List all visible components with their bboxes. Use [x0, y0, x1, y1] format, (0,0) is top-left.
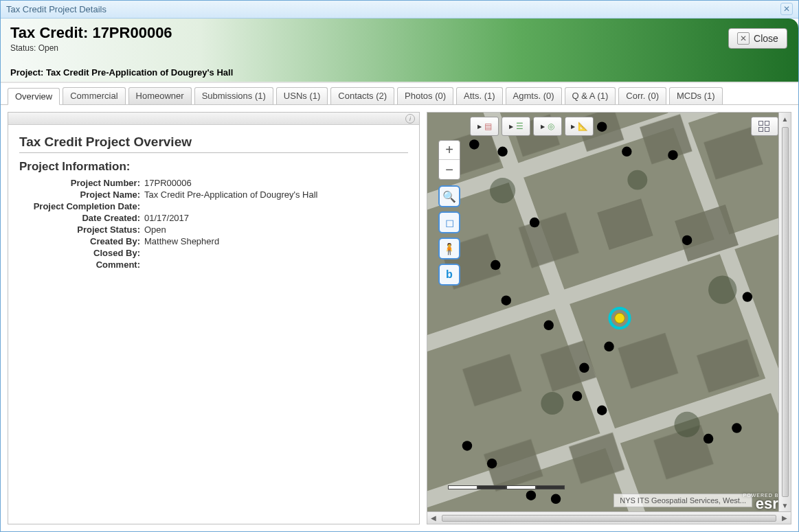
section-title: Project Information: [19, 160, 408, 174]
tab-commercial[interactable]: Commercial [63, 87, 125, 104]
field-completion-date: Project Completion Date: [19, 201, 408, 211]
svg-point-24 [708, 276, 736, 304]
svg-point-30 [668, 150, 677, 160]
scroll-up-icon[interactable]: ▲ [779, 113, 791, 125]
svg-point-28 [497, 147, 507, 157]
value [143, 248, 408, 258]
scroll-thumb[interactable] [782, 127, 789, 497]
scroll-thumb[interactable] [442, 515, 776, 522]
label: Closed By: [19, 248, 143, 258]
tab-homeowner[interactable]: Homeowner [128, 87, 192, 104]
close-button[interactable]: ✕ Close [728, 28, 787, 49]
map-tool-layers[interactable]: ▶ ☰ [502, 117, 530, 136]
tab-mcds[interactable]: MCDs (1) [669, 87, 723, 104]
zoom-rect-icon: 🔍 [442, 190, 456, 203]
map-panel: ▶ ▤ ▶ ☰ ▶ ◎ ▶ 📐 [427, 112, 791, 524]
tab-usns[interactable]: USNs (1) [276, 87, 328, 104]
map-attribution: NYS ITS Geospatial Services, West... [614, 494, 752, 507]
page-title: Tax Credit: 17PR00006 [10, 24, 789, 42]
tab-contacts[interactable]: Contacts (2) [330, 87, 394, 104]
project-line: Project: Tax Credit Pre-Application of D… [10, 67, 233, 78]
label: Project Number: [19, 178, 143, 188]
panel-header: i [8, 113, 419, 125]
label: Comment: [19, 259, 143, 270]
bookmarks-icon: ▤ [484, 122, 492, 131]
basemap-switch[interactable] [751, 117, 778, 136]
svg-point-49 [615, 313, 624, 323]
scalebar [448, 485, 565, 492]
tab-submissions[interactable]: Submissions (1) [194, 87, 273, 104]
project-prefix: Project: [10, 67, 46, 78]
field-project-number: Project Number: 17PR00006 [19, 178, 408, 188]
field-project-status: Project Status: Open [19, 224, 408, 235]
scrollbar-vertical[interactable]: ▲ ▼ [778, 113, 791, 511]
window-title: Tax Credit Project Details [6, 4, 106, 14]
brand-label: esri [743, 498, 783, 510]
map-toolbar: ▶ ▤ ▶ ☰ ▶ ◎ ▶ 📐 [470, 117, 594, 136]
svg-point-22 [490, 178, 515, 203]
svg-point-45 [743, 292, 752, 301]
close-icon: ✕ [783, 4, 790, 14]
value: 01/17/2017 [143, 213, 408, 223]
svg-point-23 [627, 170, 647, 190]
tab-corr[interactable]: Corr. (0) [618, 87, 666, 104]
chevron-icon: ▶ [477, 124, 482, 130]
locate-icon: ◎ [548, 122, 554, 131]
scroll-right-icon[interactable]: ▶ [778, 512, 791, 524]
tab-atts[interactable]: Atts. (1) [456, 87, 503, 104]
zoom-rect-button[interactable]: 🔍 [438, 185, 460, 207]
value: Matthew Shepherd [143, 236, 408, 246]
svg-point-26 [675, 412, 700, 437]
overview-panel: i Tax Credit Project Overview Project In… [8, 112, 420, 524]
status-prefix: Status: [10, 43, 38, 53]
scrollbar-horizontal[interactable]: ◀ ▶ [427, 511, 791, 524]
tab-photos[interactable]: Photos (0) [397, 87, 453, 104]
map-tool-bookmarks[interactable]: ▶ ▤ [470, 117, 499, 136]
tab-qa[interactable]: Q & A (1) [565, 87, 616, 104]
scroll-down-icon[interactable]: ▼ [779, 499, 791, 511]
scroll-left-icon[interactable]: ◀ [427, 512, 440, 524]
svg-point-40 [487, 459, 497, 468]
tab-overview[interactable]: Overview [8, 88, 60, 105]
svg-point-35 [604, 342, 614, 351]
street-view-button[interactable]: 🧍 [438, 238, 460, 259]
header: Tax Credit: 17PR00006 Status: Open Proje… [1, 19, 798, 83]
titlebar-close-button[interactable]: ✕ [780, 3, 793, 15]
project-value: Tax Credit Pre-Application of Dougrey's … [46, 67, 233, 78]
value: Open [143, 224, 408, 235]
tab-agmts[interactable]: Agmts. (0) [506, 87, 562, 104]
info-icon[interactable]: i [405, 114, 415, 124]
map-tool-locate[interactable]: ▶ ◎ [533, 117, 562, 136]
map-tool-measure[interactable]: ▶ 📐 [565, 117, 594, 136]
status-value: Open [38, 43, 58, 53]
bing-icon: b [446, 268, 453, 281]
title-value: 17PR00006 [92, 24, 172, 41]
basemap-icon [758, 120, 772, 132]
field-comment: Comment: [19, 259, 408, 270]
select-rect-button[interactable]: ◻ [438, 211, 460, 233]
svg-point-34 [543, 321, 553, 330]
field-closed-by: Closed By: [19, 248, 408, 258]
svg-point-44 [732, 423, 741, 432]
value [143, 201, 408, 211]
map[interactable] [427, 113, 791, 524]
svg-point-33 [502, 295, 511, 305]
zoom-control: + − [438, 140, 460, 180]
chevron-icon: ▶ [571, 124, 575, 130]
svg-point-25 [541, 392, 563, 415]
content: i Tax Credit Project Overview Project In… [1, 105, 798, 531]
zoom-out-button[interactable]: − [439, 160, 460, 179]
svg-point-36 [579, 363, 589, 373]
esri-logo: POWERED BY esri [743, 493, 783, 510]
svg-point-37 [572, 391, 582, 401]
svg-point-32 [491, 260, 500, 270]
value: Tax Credit Pre-Application of Dougrey's … [143, 189, 408, 200]
measure-icon: 📐 [578, 122, 588, 131]
zoom-in-button[interactable]: + [439, 141, 460, 160]
label: Project Status: [19, 224, 143, 235]
label: Created By: [19, 236, 143, 246]
street-view-icon: 🧍 [442, 242, 456, 255]
chevron-icon: ▶ [541, 124, 545, 130]
bing-button[interactable]: b [438, 264, 460, 286]
value [143, 259, 408, 270]
